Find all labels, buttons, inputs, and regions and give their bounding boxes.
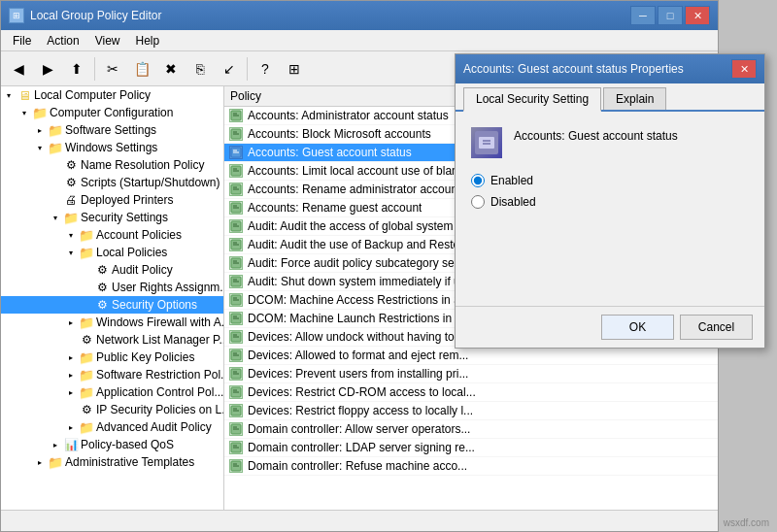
tree-item-label: Advanced Audit Policy (96, 420, 212, 434)
tree-item-software-restriction[interactable]: ▸📁Software Restriction Pol... (1, 366, 223, 383)
radio-disabled[interactable] (471, 195, 485, 209)
title-bar: ⊞ Local Group Policy Editor ─ □ ✕ (1, 1, 718, 30)
title-bar-left: ⊞ Local Group Policy Editor (9, 8, 161, 23)
tree-item-public-key[interactable]: ▸📁Public Key Policies (1, 349, 223, 366)
cut-button[interactable]: ✂ (99, 55, 126, 83)
tree-item-security-options[interactable]: ⚙Security Options (1, 296, 223, 314)
policy-row-icon (228, 145, 244, 160)
maximize-button[interactable]: □ (658, 6, 683, 25)
policy-row-text: Devices: Prevent users from installing p… (248, 367, 468, 381)
tree-item-app-control[interactable]: ▸📁Application Control Pol... (1, 383, 223, 401)
tree-item-windows-firewall[interactable]: ▸📁Windows Firewall with A... (1, 314, 223, 331)
tab-explain[interactable]: Explain (603, 87, 666, 110)
settings-icon: ⚙ (79, 402, 94, 417)
dialog-setting-icon-container (471, 127, 502, 158)
policy-icon (229, 312, 243, 325)
list-row[interactable]: Domain controller: LDAP server signing r… (224, 439, 718, 457)
tree-item-local-computer-policy[interactable]: ▾🖥Local Computer Policy (1, 86, 223, 104)
copy-button[interactable]: 📋 (128, 55, 155, 83)
tree-item-audit-policy[interactable]: ⚙Audit Policy (1, 261, 223, 279)
menu-help[interactable]: Help (128, 32, 168, 50)
tree-item-label: Audit Policy (112, 263, 173, 277)
tree-item-user-rights[interactable]: ⚙User Rights Assignm... (1, 279, 223, 296)
policy-icon (229, 127, 243, 141)
tree-item-security-settings[interactable]: ▾📁Security Settings (1, 209, 223, 226)
tree-item-admin-templates[interactable]: ▸📁Administrative Templates (1, 453, 223, 471)
ok-button[interactable]: OK (601, 315, 674, 340)
back-button[interactable]: ◀ (5, 55, 32, 83)
tree-item-label: Name Resolution Policy (81, 158, 204, 172)
policy-icon (229, 330, 243, 344)
tree-item-label: Security Options (112, 298, 197, 312)
folder-icon: 📁 (79, 367, 94, 382)
radio-enabled[interactable] (471, 174, 485, 187)
forward-button[interactable]: ▶ (34, 55, 61, 83)
tree-expander: ▸ (63, 419, 79, 435)
list-row[interactable]: Devices: Allowed to format and eject rem… (224, 347, 718, 365)
menu-view[interactable]: View (87, 32, 128, 50)
list-row[interactable]: Devices: Restrict floppy access to local… (224, 402, 718, 420)
tree-panel: ▾🖥Local Computer Policy▾📁Computer Config… (1, 86, 224, 510)
tree-expander: ▸ (63, 384, 79, 400)
undo-button[interactable]: ↙ (216, 55, 243, 83)
properties-dialog: Accounts: Guest account status Propertie… (455, 53, 765, 349)
close-button[interactable]: ✕ (685, 6, 710, 25)
tree-item-deployed-printers[interactable]: 🖨Deployed Printers (1, 191, 223, 209)
app-icon: ⊞ (9, 8, 24, 23)
tree-item-account-policies[interactable]: ▾📁Account Policies (1, 226, 223, 244)
tree-item-advanced-audit[interactable]: ▸📁Advanced Audit Policy (1, 418, 223, 436)
tree-item-computer-config[interactable]: ▾📁Computer Configuration (1, 104, 223, 121)
tree-item-label: Scripts (Startup/Shutdown) (81, 176, 220, 189)
tree-item-policy-qos[interactable]: ▸📊Policy-based QoS (1, 436, 223, 453)
policy-row-icon (228, 126, 244, 142)
policy-icon (229, 385, 243, 399)
tree-expander-empty (79, 280, 94, 295)
minimize-button[interactable]: ─ (630, 6, 656, 25)
policy-row-text: Audit: Force audit policy subcategory se… (248, 256, 470, 270)
tree-item-windows-settings[interactable]: ▾📁Windows Settings (1, 139, 223, 156)
list-row[interactable]: Devices: Prevent users from installing p… (224, 365, 718, 383)
policy-row-text: Domain controller: LDAP server signing r… (248, 441, 475, 454)
dialog-close-button[interactable]: ✕ (731, 59, 757, 79)
paste-button[interactable]: ⎘ (186, 55, 214, 83)
tree-item-label: Windows Settings (65, 141, 157, 154)
policy-row-icon (228, 274, 244, 289)
tree-item-local-policies[interactable]: ▾📁Local Policies (1, 244, 223, 261)
policy-row-text: DCOM: Machine Access Restrictions in Se.… (248, 293, 478, 307)
policy-row-text: Domain controller: Allow server operator… (248, 422, 470, 436)
tab-local-security-setting[interactable]: Local Security Setting (463, 87, 601, 112)
menu-file[interactable]: File (5, 32, 39, 50)
folder-icon: 📁 (79, 245, 94, 260)
policy-row-text: Audit: Audit the use of Backup and Resto… (248, 238, 469, 251)
tree-item-scripts[interactable]: ⚙Scripts (Startup/Shutdown) (1, 174, 223, 191)
up-button[interactable]: ⬆ (63, 55, 90, 83)
policy-row-text: Audit: Audit the access of global system… (248, 219, 472, 233)
tree-expander-empty (79, 297, 94, 313)
policy-row-icon (228, 366, 244, 382)
tree-item-label: Deployed Printers (81, 193, 173, 207)
dialog-title-bar: Accounts: Guest account status Propertie… (456, 54, 764, 83)
tree-item-software-settings[interactable]: ▸📁Software Settings (1, 121, 223, 139)
list-row[interactable]: Domain controller: Allow server operator… (224, 420, 718, 439)
toolbar-separator-1 (94, 57, 95, 81)
tree-item-label: IP Security Policies on L... (96, 403, 224, 416)
folder-icon: 📁 (79, 227, 94, 243)
policy-row-text: Domain controller: Refuse machine acco..… (248, 459, 467, 473)
tree-expander: ▾ (1, 87, 17, 103)
dialog-tabs: Local Security Setting Explain (456, 83, 764, 112)
window-title: Local Group Policy Editor (30, 9, 161, 22)
list-row[interactable]: Domain controller: Refuse machine acco..… (224, 457, 718, 476)
list-row[interactable]: Devices: Restrict CD-ROM access to local… (224, 383, 718, 402)
help-button[interactable]: ? (252, 55, 279, 83)
tree-expander: ▸ (63, 315, 79, 330)
tree-item-label: Administrative Templates (65, 455, 194, 469)
menu-action[interactable]: Action (39, 32, 86, 50)
tree-item-ip-security[interactable]: ⚙IP Security Policies on L... (1, 401, 223, 418)
tree-item-network-list[interactable]: ⚙Network List Manager P... (1, 331, 223, 349)
folder-icon: 📁 (48, 140, 63, 155)
tree-item-label: Computer Configuration (50, 106, 173, 119)
tree-item-name-resolution[interactable]: ⚙Name Resolution Policy (1, 156, 223, 174)
cancel-button[interactable]: Cancel (680, 315, 753, 340)
view-button[interactable]: ⊞ (281, 55, 308, 83)
delete-button[interactable]: ✖ (157, 55, 185, 83)
